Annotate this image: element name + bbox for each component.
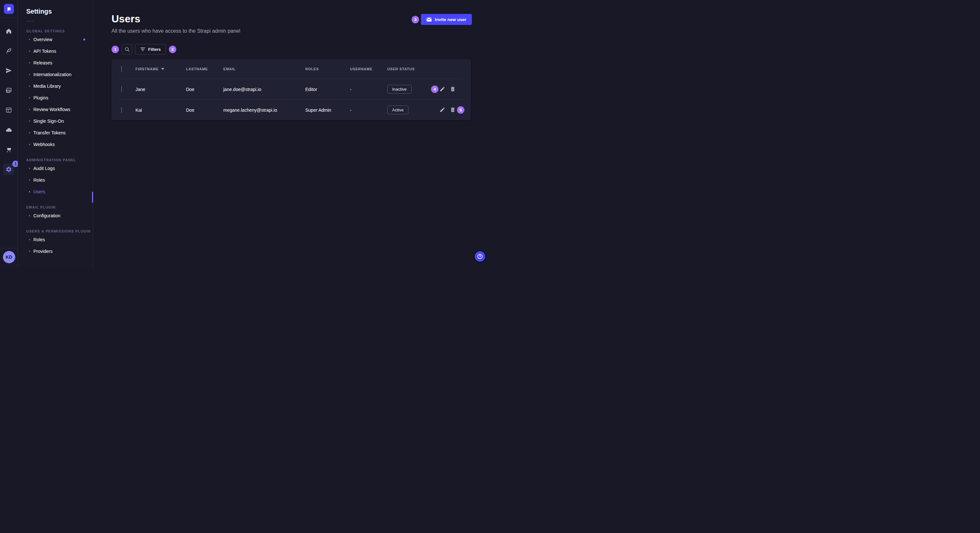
sidebar-item-label: Plugins bbox=[33, 95, 48, 100]
sidebar-item-label: Users bbox=[33, 189, 45, 194]
edit-pencil-icon[interactable] bbox=[439, 107, 445, 113]
sidebar-item-label: Internationalization bbox=[33, 72, 72, 77]
cloud-icon bbox=[5, 127, 12, 133]
strapi-logo-icon bbox=[6, 6, 12, 12]
row-checkbox[interactable] bbox=[121, 107, 122, 113]
som-badge-3: 3 bbox=[412, 16, 419, 23]
page-subtitle: All the users who have access to the Str… bbox=[111, 28, 240, 34]
sidebar-item-overview[interactable]: Overview bbox=[26, 34, 93, 45]
settings-gear-icon bbox=[5, 166, 12, 173]
bullet-icon bbox=[29, 179, 30, 181]
sidebar-title-divider bbox=[26, 21, 34, 21]
bullet-icon bbox=[29, 239, 30, 240]
sidebar-item-releases[interactable]: Releases bbox=[26, 57, 93, 69]
sidebar-item-label: Review Workflows bbox=[33, 107, 70, 112]
cell-lastname: Doe bbox=[186, 108, 223, 113]
som-badge-2: 2 bbox=[169, 46, 176, 53]
bullet-icon bbox=[29, 97, 30, 98]
sidebar-item-providers[interactable]: Providers bbox=[26, 246, 93, 257]
cell-email: megane.lacheny@strapi.io bbox=[223, 108, 305, 113]
strapi-logo[interactable] bbox=[4, 4, 14, 14]
rail-divider bbox=[0, 18, 18, 18]
bullet-icon bbox=[29, 168, 30, 169]
sort-descending-icon bbox=[161, 68, 164, 70]
delete-trash-icon[interactable] bbox=[450, 107, 456, 113]
sidebar-title: Settings bbox=[26, 8, 93, 15]
table-row-jane-doe[interactable]: Jane Doe jane.doe@strapi.io Editor - Ina… bbox=[111, 79, 471, 99]
sidebar-item-label: Transfer Tokens bbox=[33, 130, 66, 135]
sidebar-item-label: Providers bbox=[33, 249, 52, 254]
filters-button[interactable]: Filters bbox=[135, 44, 166, 54]
cell-roles: Super Admin bbox=[305, 108, 350, 113]
row-checkbox[interactable] bbox=[121, 86, 122, 92]
rail-item-home[interactable] bbox=[3, 25, 14, 37]
som-badge-5: 5 bbox=[457, 106, 465, 114]
bullet-icon bbox=[29, 62, 30, 63]
column-header-email[interactable]: EMAIL bbox=[223, 67, 305, 71]
bullet-icon bbox=[29, 251, 30, 252]
sidebar-item-label: Overview bbox=[33, 37, 52, 42]
sidebar-item-admin-roles[interactable]: Roles bbox=[26, 174, 93, 186]
sidebar-item-users[interactable]: Users bbox=[26, 186, 93, 198]
rail-item-media-library[interactable] bbox=[3, 84, 14, 96]
user-avatar[interactable]: KD bbox=[3, 251, 15, 263]
sidebar-item-configuration[interactable]: Configuration bbox=[26, 210, 93, 222]
column-header-roles[interactable]: ROLES bbox=[305, 67, 350, 71]
section-header-users-permissions-plugin: USERS & PERMISSIONS PLUGIN bbox=[26, 229, 93, 233]
invite-button-label: Invite new user bbox=[434, 17, 466, 22]
table-row-kai-doe[interactable]: Kai Doe megane.lacheny@strapi.io Super A… bbox=[111, 100, 471, 120]
column-header-lastname[interactable]: LASTNAME bbox=[186, 67, 223, 71]
sidebar-item-label: Webhooks bbox=[33, 142, 55, 147]
column-header-user-status[interactable]: USER STATUS bbox=[387, 67, 422, 71]
filter-icon bbox=[140, 47, 145, 51]
pictures-icon bbox=[5, 87, 12, 94]
sidebar-item-label: Releases bbox=[33, 60, 52, 65]
sidebar-item-webhooks[interactable]: Webhooks bbox=[26, 139, 93, 150]
cell-firstname: Jane bbox=[135, 87, 186, 92]
rail-item-cloud[interactable] bbox=[3, 124, 14, 136]
invite-new-user-button[interactable]: Invite new user bbox=[421, 14, 472, 25]
rail-item-deploy[interactable] bbox=[3, 65, 14, 76]
search-icon bbox=[124, 47, 130, 52]
section-header-global-settings: GLOBAL SETTINGS bbox=[26, 29, 93, 33]
edit-pencil-icon[interactable] bbox=[439, 86, 445, 92]
bullet-icon bbox=[29, 39, 30, 40]
rail-item-content-type-builder[interactable] bbox=[3, 104, 14, 116]
sidebar-item-single-sign-on[interactable]: Single Sign-On bbox=[26, 115, 93, 127]
sidebar-item-label: Media Library bbox=[33, 84, 61, 89]
sidebar-item-internationalization[interactable]: Internationalization bbox=[26, 69, 93, 80]
cell-lastname: Doe bbox=[186, 87, 223, 92]
layout-icon bbox=[5, 107, 12, 113]
status-badge: Active bbox=[387, 106, 408, 114]
cell-username: - bbox=[350, 108, 387, 113]
rail-item-content-manager[interactable] bbox=[3, 45, 14, 57]
shopping-cart-icon bbox=[5, 146, 12, 153]
column-header-username[interactable]: USERNAME bbox=[350, 67, 387, 71]
rail-item-marketplace[interactable] bbox=[3, 144, 14, 155]
sidebar-item-label: Audit Logs bbox=[33, 166, 55, 171]
help-button[interactable] bbox=[475, 251, 485, 262]
column-header-firstname[interactable]: FIRSTNAME bbox=[135, 67, 186, 71]
delete-trash-icon[interactable] bbox=[450, 86, 456, 92]
sidebar-item-transfer-tokens[interactable]: Transfer Tokens bbox=[26, 127, 93, 139]
status-badge: Inactive bbox=[387, 85, 412, 94]
sidebar-scroll-indicator[interactable] bbox=[92, 192, 93, 203]
page-title: Users bbox=[111, 12, 240, 25]
sidebar-item-audit-logs[interactable]: Audit Logs bbox=[26, 163, 93, 174]
section-header-administration-panel: ADMINISTRATION PANEL bbox=[26, 158, 93, 162]
sidebar-item-media-library[interactable]: Media Library bbox=[26, 80, 93, 92]
select-all-checkbox[interactable] bbox=[121, 66, 122, 72]
sidebar-item-plugins[interactable]: Plugins bbox=[26, 92, 93, 104]
som-badge-4: 4 bbox=[431, 86, 439, 93]
rail-bottom-divider bbox=[0, 248, 18, 248]
sidebar-item-api-tokens[interactable]: API Tokens bbox=[26, 45, 93, 57]
sidebar-item-up-roles[interactable]: Roles bbox=[26, 234, 93, 246]
sidebar-item-review-workflows[interactable]: Review Workflows bbox=[26, 104, 93, 115]
cell-email: jane.doe@strapi.io bbox=[223, 87, 305, 92]
filters-button-label: Filters bbox=[148, 47, 161, 52]
rail-item-settings[interactable]: 1 bbox=[3, 163, 14, 175]
settings-sidebar: Settings GLOBAL SETTINGS Overview API To… bbox=[18, 0, 93, 266]
search-button[interactable] bbox=[122, 44, 132, 54]
bullet-icon bbox=[29, 191, 30, 192]
sidebar-item-label: Roles bbox=[33, 237, 45, 242]
